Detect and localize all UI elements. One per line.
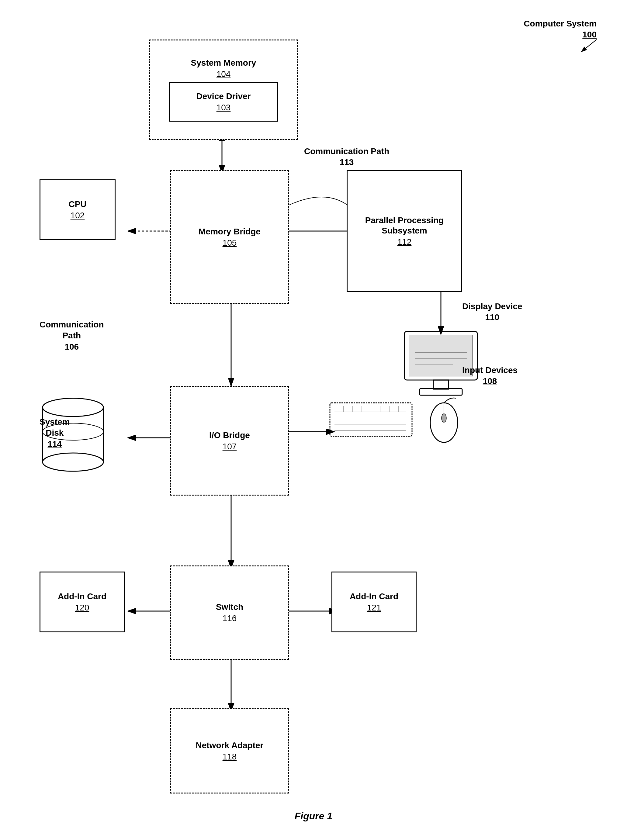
cpu-box: CPU 102 (39, 179, 115, 240)
svg-point-41 (43, 453, 103, 471)
svg-point-38 (441, 414, 446, 422)
device-driver-title: Device Driver (196, 91, 250, 102)
network-adapter-number: 118 (222, 752, 237, 761)
io-bridge-number: 107 (222, 442, 237, 451)
svg-rect-19 (433, 380, 449, 389)
cpu-title: CPU (68, 199, 87, 209)
memory-bridge-number: 105 (222, 238, 237, 248)
cpu-number: 102 (71, 211, 85, 220)
add-in-card-120-number: 120 (75, 603, 90, 613)
add-in-card-120-box: Add-In Card 120 (39, 571, 124, 632)
parallel-processing-title: Parallel Processing Subsystem (348, 215, 461, 236)
svg-line-16 (581, 39, 597, 52)
switch-number: 116 (222, 613, 237, 623)
device-driver-number: 103 (216, 103, 231, 112)
system-memory-box: System Memory 104 Device Driver 103 (149, 39, 298, 140)
memory-bridge-title: Memory Bridge (198, 227, 261, 237)
diagram: Computer System 100 System Memory 104 De… (0, 0, 627, 840)
network-adapter-title: Network Adapter (195, 740, 263, 750)
svg-point-40 (43, 398, 103, 417)
system-memory-title: System Memory (191, 58, 256, 68)
io-bridge-box: I/O Bridge 107 (170, 386, 289, 496)
communication-path-113-label: Communication Path113 (304, 146, 389, 168)
display-device-label: Display Device110 (462, 301, 522, 323)
mouse-icon (426, 395, 462, 444)
switch-box: Switch 116 (170, 565, 289, 660)
network-adapter-box: Network Adapter 118 (170, 708, 289, 793)
add-in-card-121-title: Add-In Card (350, 591, 399, 602)
figure-caption: Figure 1 (0, 810, 627, 822)
add-in-card-121-number: 121 (367, 603, 381, 613)
add-in-card-120-title: Add-In Card (58, 591, 106, 602)
add-in-card-121-box: Add-In Card 121 (331, 571, 417, 632)
system-memory-number: 104 (216, 69, 231, 79)
system-disk-label: SystemDisk 114 (39, 417, 70, 450)
communication-path-106-label: CommunicationPath106 (39, 319, 104, 352)
svg-line-14 (581, 39, 597, 52)
device-driver-box: Device Driver 103 (169, 82, 278, 122)
parallel-processing-number: 112 (397, 237, 412, 247)
computer-system-label: Computer System 100 (524, 18, 597, 41)
switch-title: Switch (216, 602, 243, 612)
io-bridge-title: I/O Bridge (209, 430, 250, 440)
memory-bridge-box: Memory Bridge 105 (170, 170, 289, 304)
keyboard-icon (328, 401, 414, 438)
parallel-processing-box: Parallel Processing Subsystem 112 (347, 170, 462, 292)
input-devices-label: Input Devices108 (462, 365, 518, 387)
